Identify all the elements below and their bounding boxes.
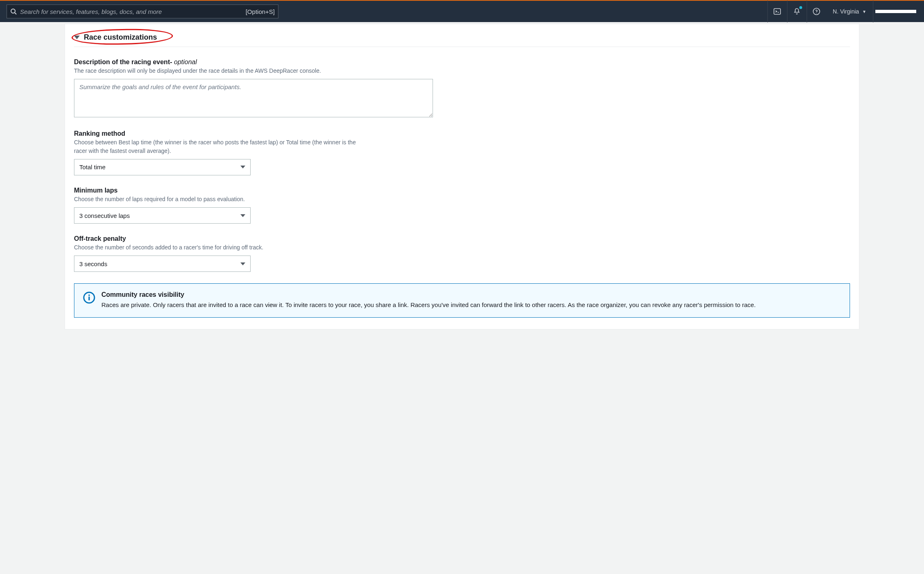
ranking-selected-value: Total time xyxy=(79,164,105,170)
global-search[interactable]: [Option+S] xyxy=(7,4,278,18)
offtrack-penalty-select[interactable]: 3 seconds xyxy=(74,256,251,272)
penalty-help: Choose the number of seconds added to a … xyxy=(74,243,368,251)
section-title: Race customizations xyxy=(84,33,157,42)
ranking-help: Choose between Best lap time (the winner… xyxy=(74,138,368,155)
chevron-down-icon xyxy=(240,262,245,265)
ranking-method-select[interactable]: Total time xyxy=(74,159,251,175)
chevron-down-icon xyxy=(240,214,245,217)
search-icon xyxy=(10,8,17,15)
race-customizations-panel: Race customizations Description of the r… xyxy=(65,24,859,330)
description-label-text: Description of the racing event- xyxy=(74,58,174,65)
search-shortcut-hint: [Option+S] xyxy=(246,8,275,15)
help-button[interactable] xyxy=(807,0,826,22)
notifications-button[interactable] xyxy=(787,0,807,22)
top-nav: [Option+S] N. Virginia ▼ xyxy=(0,0,924,22)
svg-rect-7 xyxy=(88,295,90,296)
topbar-actions: N. Virginia ▼ xyxy=(767,0,918,22)
field-description: Description of the racing event- optiona… xyxy=(74,58,850,119)
region-selector[interactable]: N. Virginia ▼ xyxy=(826,0,873,22)
description-label: Description of the racing event- optiona… xyxy=(74,58,850,66)
section-divider xyxy=(74,47,850,47)
minlaps-selected-value: 3 consecutive laps xyxy=(79,212,130,219)
notification-dot-icon xyxy=(799,6,802,9)
chevron-down-icon xyxy=(240,166,245,168)
ranking-label: Ranking method xyxy=(74,130,850,137)
search-input[interactable] xyxy=(20,8,242,15)
account-placeholder-icon xyxy=(875,10,916,13)
svg-rect-6 xyxy=(88,297,90,300)
info-icon xyxy=(83,291,96,304)
minlaps-help: Choose the number of laps required for a… xyxy=(74,195,368,203)
description-label-optional: optional xyxy=(174,58,197,65)
region-label: N. Virginia xyxy=(833,8,859,15)
account-menu[interactable] xyxy=(873,0,918,22)
minimum-laps-select[interactable]: 3 consecutive laps xyxy=(74,207,251,224)
caret-down-icon: ▼ xyxy=(862,9,866,14)
penalty-selected-value: 3 seconds xyxy=(79,260,107,267)
info-title: Community races visibility xyxy=(101,291,756,298)
minlaps-label: Minimum laps xyxy=(74,187,850,194)
field-ranking-method: Ranking method Choose between Best lap t… xyxy=(74,130,850,175)
description-help: The race description will only be displa… xyxy=(74,67,368,75)
community-visibility-info: Community races visibility Races are pri… xyxy=(74,283,850,317)
info-body: Races are private. Only racers that are … xyxy=(101,300,756,309)
penalty-label: Off-track penalty xyxy=(74,235,850,242)
cloudshell-button[interactable] xyxy=(767,0,787,22)
section-header[interactable]: Race customizations xyxy=(74,31,850,42)
field-minimum-laps: Minimum laps Choose the number of laps r… xyxy=(74,187,850,224)
svg-point-0 xyxy=(11,9,15,13)
disclosure-triangle-icon xyxy=(74,36,80,39)
svg-line-1 xyxy=(15,13,16,14)
description-textarea[interactable] xyxy=(74,79,433,117)
field-offtrack-penalty: Off-track penalty Choose the number of s… xyxy=(74,235,850,272)
svg-point-4 xyxy=(816,13,817,13)
